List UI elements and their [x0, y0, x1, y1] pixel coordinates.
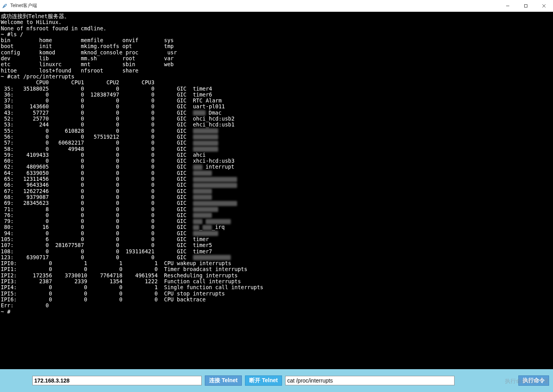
redacted-text — [193, 147, 218, 152]
terminal-line: 67: 12627246 0 0 0 GIC — [1, 188, 552, 194]
redacted-text — [193, 219, 202, 224]
terminal-line: 68: 9379087 0 0 0 GIC — [1, 194, 552, 200]
terminal-line: IPI6: 0 0 0 0 CPU backtrace — [1, 297, 552, 303]
terminal-line: IPI4: 0 0 0 1 Single function call inter… — [1, 284, 552, 290]
window-controls — [499, 0, 553, 11]
terminal-line: Welcome to HiLinux. — [1, 19, 552, 25]
redacted-text — [193, 171, 212, 176]
terminal-output[interactable]: 成功连接到Telnet服务器。Welcome to HiLinux.None o… — [0, 12, 553, 369]
terminal-line: 71: 8 0 0 0 GIC — [1, 206, 552, 212]
redacted-text — [193, 110, 206, 115]
terminal-line: bin home memfile onvif sys — [1, 37, 552, 43]
redacted-text — [193, 183, 237, 188]
terminal-line: 79: 0 0 0 0 GIC — [1, 218, 552, 224]
terminal-line: CPU0 CPU1 CPU2 CPU3 — [1, 80, 552, 85]
terminal-line: 56: 0 0 57519212 0 GIC — [1, 134, 552, 140]
terminal-line: 38: 143660 0 0 0 GIC uart-pl011 — [1, 104, 552, 110]
redacted-text — [202, 225, 212, 230]
window-title: Telnet客户端 — [10, 2, 37, 9]
terminal-line: 35: 35188025 0 0 0 GIC timer4 — [1, 86, 552, 92]
redacted-text — [193, 189, 212, 194]
terminal-line: 59: 4109433 0 0 0 GIC ahci — [1, 152, 552, 158]
redacted-text — [193, 255, 231, 260]
terminal-line: ~ #cat /proc/interrupts — [1, 74, 552, 80]
redacted-text — [193, 128, 218, 134]
close-button[interactable] — [535, 0, 553, 11]
connect-button[interactable]: 连接 Telnet — [205, 375, 242, 386]
redacted-text — [193, 165, 202, 170]
minimize-button[interactable] — [499, 0, 517, 11]
terminal-line: 105: 6 0 0 0 GIC timer — [1, 236, 552, 242]
command-input[interactable] — [285, 376, 455, 385]
redacted-text — [206, 219, 231, 224]
terminal-line: hitoe lost+found nfsroot share — [1, 68, 552, 74]
terminal-line: Err: 0 — [1, 303, 552, 308]
terminal-line: 成功连接到Telnet服务器。 — [1, 13, 552, 19]
redacted-text — [193, 177, 237, 182]
ip-input[interactable] — [32, 376, 202, 385]
terminal-line: 52: 25770 0 0 0 GIC ohci_hcd:usb2 — [1, 116, 552, 122]
terminal-line: etc linuxrc mnt sbin web — [1, 61, 552, 67]
terminal-line: 64: 6339050 0 0 0 GIC — [1, 170, 552, 176]
redacted-text — [193, 225, 199, 230]
redacted-text — [193, 141, 218, 146]
titlebar: Telnet客户端 — [0, 0, 553, 12]
terminal-line: 57: 0 60682217 0 0 GIC — [1, 140, 552, 146]
terminal-line: 60: 0 0 0 0 GIC xhci-hcd:usb3 — [1, 158, 552, 164]
redacted-text — [193, 134, 218, 139]
svg-rect-2 — [525, 4, 527, 7]
terminal-line: ~ # — [1, 309, 552, 315]
terminal-line: 108: 0 0 0 193116421 GIC timer7 — [1, 249, 552, 255]
terminal-line: 123: 6390717 0 0 0 GIC — [1, 255, 552, 260]
bottom-toolbar: 连接 Telnet 断开 Telnet 执行命令 执行命@积步千里 — [0, 369, 553, 392]
terminal-line: None of nfsroot found in cmdline. — [1, 26, 552, 32]
terminal-line: IPI5: 0 0 0 0 CPU stop interrupts — [1, 291, 552, 297]
terminal-line: IPI1: 0 0 0 0 Timer broadcast interrupts — [1, 266, 552, 272]
terminal-line: 43: 57727 0 0 0 GIC Dmac — [1, 110, 552, 116]
terminal-line: dev lib mm.sh root var — [1, 56, 552, 61]
terminal-line: 36: 0 0 128387497 0 GIC timer6 — [1, 92, 552, 98]
redacted-text — [193, 231, 218, 236]
terminal-line: 37: 0 0 0 0 GIC RTC Alarm — [1, 98, 552, 104]
redacted-text — [193, 195, 212, 200]
terminal-line: 66: 9643346 0 0 0 GIC — [1, 182, 552, 188]
terminal-line: IPI0: 0 1 1 1 CPU wakeup interrupts — [1, 260, 552, 266]
terminal-line: 107: 0 281677587 0 0 GIC timer5 — [1, 242, 552, 248]
redacted-text — [193, 213, 212, 218]
terminal-line: 55: 0 610828 0 0 GIC — [1, 128, 552, 134]
terminal-line: IPI3: 2387 2339 1354 1222 Function call … — [1, 279, 552, 284]
terminal-line: 69: 28345623 0 0 0 GIC — [1, 200, 552, 206]
terminal-line: 94: 0 0 0 0 GIC — [1, 230, 552, 236]
terminal-line: 76: 0 0 0 0 GIC — [1, 212, 552, 218]
terminal-line: config komod mknod_console proc usr — [1, 50, 552, 56]
terminal-line: 65: 12311456 0 0 0 GIC — [1, 176, 552, 182]
terminal-line: ~ #ls / — [1, 32, 552, 37]
terminal-line: 62: 4809605 0 0 0 GIC interrupt — [1, 164, 552, 170]
maximize-button[interactable] — [517, 0, 535, 11]
terminal-line: 58: 0 49948 0 0 GIC — [1, 146, 552, 152]
terminal-line: 80: 16 0 0 0 GIC __irq — [1, 224, 552, 230]
run-command-button[interactable]: 执行命令 — [518, 375, 549, 386]
terminal-line: boot init mkimg.rootfs opt tmp — [1, 43, 552, 49]
disconnect-button[interactable]: 断开 Telnet — [245, 375, 282, 386]
app-icon — [2, 3, 8, 9]
terminal-line: IPI2: 172356 3730010 7764718 4961954 Res… — [1, 273, 552, 279]
redacted-text — [193, 207, 218, 212]
redacted-text — [193, 201, 237, 206]
terminal-line: 53: 244 0 0 0 GIC ehci_hcd:usb1 — [1, 122, 552, 128]
